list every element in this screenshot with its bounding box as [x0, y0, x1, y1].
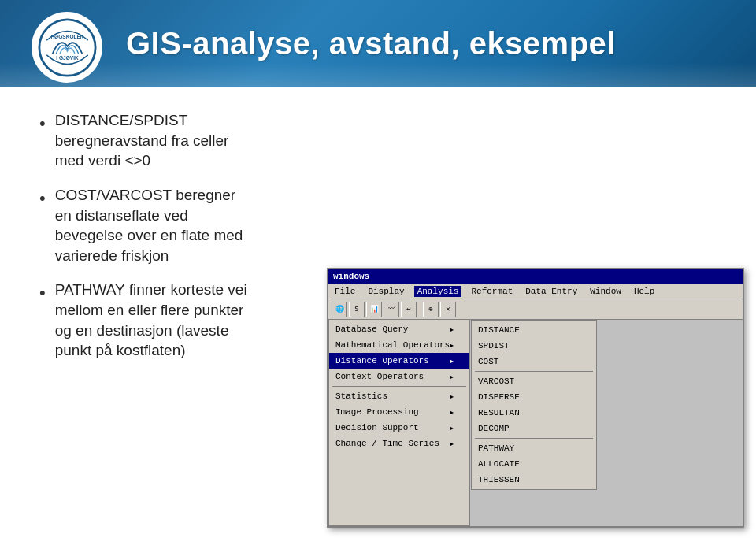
menu-reformat[interactable]: Reformat [468, 286, 516, 297]
sub-menu-separator-2 [475, 438, 593, 439]
bullet-dot-2: • [39, 187, 46, 210]
menu-analysis[interactable]: Analysis [414, 286, 462, 297]
bullet-item-3: • PATHWAY finner korteste veimellom en e… [39, 280, 370, 361]
logo-svg: HØGSKOLEN I GJØVIK [38, 18, 97, 77]
slide-title-container: GIS-analyse, avstand, eksempel [126, 0, 756, 87]
sub-menu-item-distance[interactable]: DISTANCE [472, 322, 596, 338]
sub-menu-item-spdist[interactable]: SPDIST [472, 338, 596, 354]
menu-window[interactable]: Window [587, 286, 624, 297]
menu-titlebar-text: windows [333, 272, 369, 281]
toolbar-btn-1[interactable]: 🌐 [332, 302, 347, 317]
svg-text:HØGSKOLEN: HØGSKOLEN [50, 34, 83, 39]
bullet-item-1: • DISTANCE/SPDISTberegneravstand fra cel… [39, 110, 370, 171]
menu-item-context-operators[interactable]: Context Operators▶ [329, 369, 469, 384]
primary-menu: Database Query▶ Mathematical Operators▶ … [328, 320, 470, 526]
bullet-dot-1: • [39, 112, 46, 135]
menu-bar: File Display Analysis Reformat Data Entr… [328, 284, 743, 299]
toolbar-btn-3[interactable]: 📊 [366, 302, 382, 317]
menu-data-entry[interactable]: Data Entry [522, 286, 580, 297]
toolbar-btn-4[interactable]: 〰 [384, 302, 399, 317]
sub-menu-item-varcost[interactable]: VARCOST [472, 373, 596, 389]
logo: HØGSKOLEN I GJØVIK [32, 12, 102, 83]
menu-display[interactable]: Display [365, 286, 407, 297]
toolbar-btn-5[interactable]: ↩ [401, 302, 417, 317]
menu-help[interactable]: Help [631, 286, 658, 297]
menu-titlebar: windows [328, 269, 743, 284]
bullet-text-2: COST/VARCOST beregneren distanseflate ve… [55, 185, 243, 266]
menu-item-image-processing[interactable]: Image Processing▶ [329, 404, 469, 420]
toolbar: 🌐 S 📊 〰 ↩ ⊕ ✕ [328, 299, 743, 320]
sub-menu-item-allocate[interactable]: ALLOCATE [472, 456, 596, 472]
bullet-text-3: PATHWAY finner korteste veimellom en ell… [55, 280, 247, 361]
sub-menu-item-thiessen[interactable]: THIESSEN [472, 472, 596, 488]
menu-file[interactable]: File [332, 286, 358, 297]
menu-item-database-query[interactable]: Database Query▶ [329, 321, 469, 337]
bullet-list: • DISTANCE/SPDISTberegneravstand fra cel… [39, 110, 370, 375]
toolbar-btn-2[interactable]: S [349, 302, 365, 317]
menu-separator-1 [332, 386, 466, 387]
slide-title: GIS-analyse, avstand, eksempel [126, 26, 616, 61]
sub-menu-item-decomp[interactable]: DECOMP [472, 421, 596, 436]
menu-item-math-operators[interactable]: Mathematical Operators▶ [329, 337, 469, 353]
menu-area: Database Query▶ Mathematical Operators▶ … [328, 320, 743, 526]
sub-menu-separator-1 [475, 371, 593, 372]
bullet-dot-3: • [39, 281, 46, 305]
sub-menu-item-pathway[interactable]: PATHWAY [472, 440, 596, 456]
menu-item-distance-operators[interactable]: Distance Operators▶ [329, 353, 469, 369]
gis-menu-window: windows File Display Analysis Reformat D… [327, 268, 744, 528]
sub-menu-item-disperse[interactable]: DISPERSE [472, 389, 596, 405]
sub-menu-item-resultan[interactable]: RESULTAN [472, 405, 596, 421]
sub-menu-distance: DISTANCE SPDIST COST VARCOST DISPERSE RE… [471, 320, 597, 490]
toolbar-btn-7[interactable]: ✕ [440, 302, 456, 317]
bullet-item-2: • COST/VARCOST beregneren distanseflate … [39, 185, 370, 266]
menu-item-statistics[interactable]: Statistics▶ [329, 388, 469, 404]
bullet-text-1: DISTANCE/SPDISTberegneravstand fra celle… [55, 110, 229, 171]
svg-point-0 [39, 19, 94, 75]
svg-text:I GJØVIK: I GJØVIK [56, 54, 79, 60]
menu-item-decision-support[interactable]: Decision Support▶ [329, 420, 469, 436]
toolbar-btn-6[interactable]: ⊕ [423, 302, 439, 317]
sub-menu-item-cost[interactable]: COST [472, 354, 596, 369]
menu-item-change-time[interactable]: Change / Time Series▶ [329, 436, 469, 451]
